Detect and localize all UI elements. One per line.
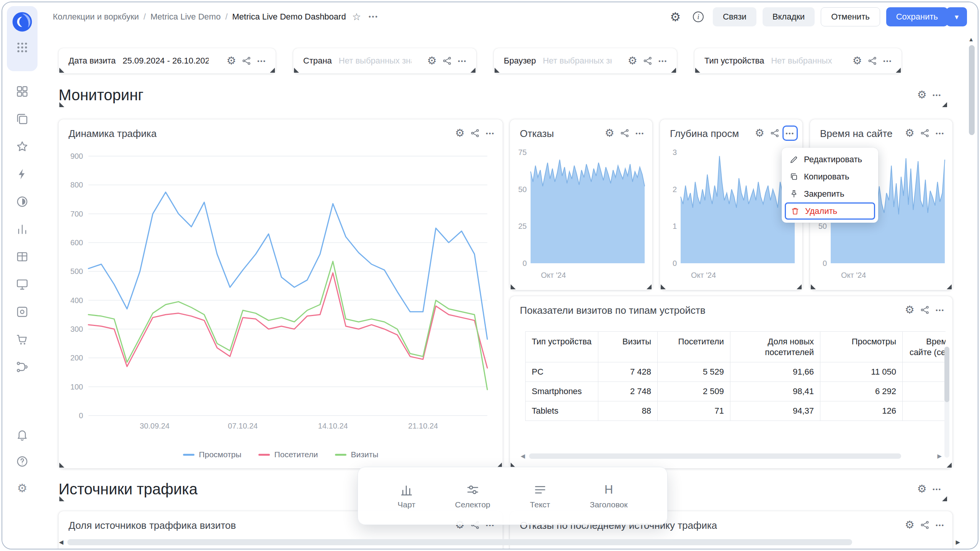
datalens-logo[interactable] bbox=[11, 11, 33, 33]
gear-icon[interactable] bbox=[424, 53, 439, 68]
relations-icon[interactable] bbox=[917, 126, 933, 141]
menu-item-delete[interactable]: Удалить bbox=[785, 202, 875, 220]
marketplace-cart-icon[interactable] bbox=[15, 333, 29, 346]
scroll-up-icon[interactable]: ▲ bbox=[968, 36, 974, 42]
flow-icon[interactable] bbox=[15, 360, 29, 374]
menu-item-copy[interactable]: Копировать bbox=[785, 168, 875, 185]
country-select[interactable]: Нет выбранных значений bbox=[339, 56, 412, 66]
section-title: Источники трафика bbox=[59, 481, 198, 498]
storage-box-icon[interactable] bbox=[15, 305, 29, 319]
dashboards-icon[interactable] bbox=[15, 85, 29, 98]
cancel-button[interactable]: Отменить bbox=[821, 7, 880, 26]
sidebar bbox=[2, 2, 42, 549]
save-button[interactable]: Сохранить bbox=[886, 7, 948, 26]
gear-icon[interactable] bbox=[625, 53, 640, 68]
gear-icon[interactable] bbox=[452, 126, 467, 141]
add-text-button[interactable]: Текст bbox=[530, 483, 550, 509]
table-row: PC7 4285 52991,6611 050 bbox=[526, 362, 946, 382]
browser-select[interactable]: Нет выбранных значений bbox=[543, 56, 612, 66]
breadcrumb-collections[interactable]: Коллекции и воркбуки bbox=[53, 12, 139, 22]
relations-icon[interactable] bbox=[865, 53, 880, 68]
help-icon[interactable] bbox=[15, 455, 29, 468]
scroll-right-icon[interactable]: ▶ bbox=[956, 539, 960, 546]
relations-icon[interactable] bbox=[467, 126, 483, 141]
datalens-mark-icon[interactable] bbox=[15, 195, 29, 209]
info-icon[interactable]: i bbox=[690, 8, 707, 25]
svg-text:1: 1 bbox=[673, 222, 677, 230]
legend-item[interactable]: Посетители bbox=[258, 450, 318, 459]
svg-text:25: 25 bbox=[518, 222, 527, 230]
favorite-star-icon[interactable]: ☆ bbox=[352, 11, 361, 23]
filter-country-widget: Страна Нет выбранных значений bbox=[293, 48, 476, 73]
scroll-right-icon[interactable]: ▶ bbox=[937, 453, 942, 460]
lightning-icon[interactable] bbox=[15, 167, 29, 181]
svg-text:0: 0 bbox=[823, 259, 827, 267]
scroll-left-icon[interactable]: ◀ bbox=[59, 539, 64, 546]
collections-icon[interactable] bbox=[15, 112, 29, 126]
relations-button[interactable]: Связи bbox=[713, 7, 756, 26]
menu-item-label: Закрепить bbox=[804, 189, 844, 199]
table-hscroll-thumb[interactable] bbox=[529, 453, 901, 459]
monitor-icon[interactable] bbox=[15, 277, 29, 291]
vertical-scrollbar-thumb[interactable] bbox=[969, 45, 975, 135]
more-icon[interactable] bbox=[632, 126, 648, 141]
table-cell bbox=[903, 382, 946, 401]
gear-icon[interactable] bbox=[914, 87, 929, 103]
apps-grid-icon[interactable] bbox=[15, 41, 29, 54]
table-vertical-scrollbar[interactable] bbox=[944, 347, 949, 458]
more-icon[interactable] bbox=[929, 87, 945, 103]
relations-icon[interactable] bbox=[617, 126, 632, 141]
filter-label: Тип устройства bbox=[704, 56, 764, 66]
gear-icon[interactable] bbox=[902, 517, 917, 533]
settings-gear-icon[interactable] bbox=[15, 481, 29, 495]
gear-icon[interactable] bbox=[914, 481, 929, 497]
relations-icon[interactable] bbox=[239, 53, 254, 68]
scroll-left-icon[interactable]: ◀ bbox=[521, 453, 525, 460]
more-icon[interactable] bbox=[655, 53, 671, 68]
svg-text:14.10.24: 14.10.24 bbox=[318, 422, 348, 430]
datasets-table-icon[interactable] bbox=[15, 250, 29, 264]
more-icon[interactable] bbox=[933, 517, 948, 533]
more-icon[interactable] bbox=[933, 302, 948, 318]
sidebar-logo-area bbox=[7, 6, 38, 71]
legend-item[interactable]: Просмотры bbox=[183, 450, 242, 459]
favorites-star-icon[interactable] bbox=[15, 140, 29, 153]
more-icon[interactable] bbox=[933, 126, 948, 141]
pin-icon bbox=[789, 189, 799, 199]
relations-icon[interactable] bbox=[917, 302, 933, 318]
horizontal-scrollbar-thumb[interactable] bbox=[67, 539, 852, 545]
more-icon[interactable] bbox=[880, 53, 895, 68]
breadcrumb-workbook[interactable]: Metrica Live Demo bbox=[150, 12, 220, 22]
charts-icon[interactable] bbox=[15, 222, 29, 236]
dashboard-settings-gear-icon[interactable] bbox=[667, 8, 684, 25]
relations-icon[interactable] bbox=[917, 517, 933, 533]
save-dropdown-button[interactable]: ▾ bbox=[946, 7, 967, 26]
breadcrumb-more-icon[interactable]: ••• bbox=[369, 13, 379, 20]
menu-item-pin[interactable]: Закрепить bbox=[785, 185, 875, 202]
gear-icon[interactable] bbox=[224, 53, 239, 68]
svg-text:400: 400 bbox=[70, 296, 83, 305]
tabs-button[interactable]: Вкладки bbox=[763, 7, 815, 26]
relations-icon[interactable] bbox=[439, 53, 455, 68]
more-icon[interactable] bbox=[254, 53, 270, 68]
add-selector-button[interactable]: Селектор bbox=[455, 483, 490, 509]
device-type-select[interactable]: Нет выбранных значений bbox=[771, 56, 833, 66]
gear-icon[interactable] bbox=[752, 126, 767, 141]
bell-icon[interactable] bbox=[15, 428, 29, 442]
gear-icon[interactable] bbox=[902, 302, 917, 318]
more-icon-active[interactable] bbox=[782, 126, 798, 141]
menu-item-edit[interactable]: Редактировать bbox=[785, 151, 875, 168]
gear-icon[interactable] bbox=[849, 53, 865, 68]
gear-icon[interactable] bbox=[902, 126, 917, 141]
legend-item[interactable]: Визиты bbox=[335, 450, 379, 459]
more-icon[interactable] bbox=[483, 126, 498, 141]
gear-icon[interactable] bbox=[602, 126, 617, 141]
add-heading-button[interactable]: H Заголовок bbox=[590, 483, 628, 509]
relations-icon[interactable] bbox=[767, 126, 782, 141]
add-chart-button[interactable]: Чарт bbox=[398, 483, 416, 509]
relations-icon[interactable] bbox=[640, 53, 655, 68]
date-range-value[interactable]: 25.09.2024 - 26.10.2024 bbox=[122, 56, 209, 66]
more-icon[interactable] bbox=[455, 53, 470, 68]
more-icon[interactable] bbox=[929, 481, 945, 497]
table-scroll-area: Тип устройстваВизитыПосетителиДоля новых… bbox=[525, 331, 946, 442]
